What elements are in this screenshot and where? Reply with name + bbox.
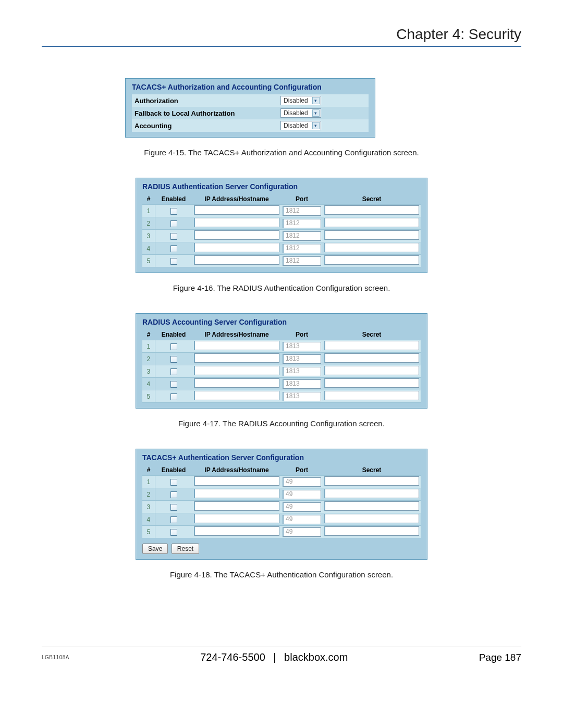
ip-hostname-input[interactable] [194, 366, 279, 375]
table-row: 51813 [142, 390, 421, 403]
port-input[interactable]: 1812 [283, 256, 321, 266]
footer-model: LGB1108A [42, 655, 69, 660]
panel-title: TACACS+ Authorization and Accounting Con… [132, 83, 369, 91]
port-input[interactable]: 1812 [283, 244, 321, 253]
col-port: Port [281, 465, 323, 476]
panel-title: TACACS+ Authentication Server Configurat… [142, 453, 421, 462]
table-row: 149 [142, 476, 421, 488]
table-row: 41813 [142, 378, 421, 390]
port-input[interactable]: 1812 [283, 231, 321, 241]
port-input[interactable]: 49 [283, 490, 321, 499]
secret-input[interactable] [324, 243, 419, 252]
enabled-checkbox[interactable] [170, 258, 177, 265]
ip-hostname-input[interactable] [194, 243, 279, 252]
row-index: 5 [142, 390, 155, 403]
panel-title: RADIUS Accounting Server Configuration [142, 318, 421, 326]
secret-input[interactable] [324, 378, 419, 388]
enabled-checkbox[interactable] [170, 529, 177, 536]
secret-input[interactable] [324, 218, 419, 227]
table-row: 21813 [142, 353, 421, 365]
row-index: 2 [142, 217, 155, 230]
col-secret: Secret [323, 329, 421, 340]
footer-contact: 724-746-5500 | blackbox.com [200, 651, 348, 663]
save-button[interactable]: Save [142, 544, 168, 554]
secret-input[interactable] [324, 366, 419, 375]
fallback-label: Fallback to Local Authorization [132, 107, 278, 119]
secret-input[interactable] [324, 391, 419, 400]
enabled-checkbox[interactable] [170, 208, 177, 215]
accounting-select[interactable]: Disabled ▾ [280, 121, 321, 130]
port-input[interactable]: 1813 [283, 367, 321, 376]
row-index: 5 [142, 526, 155, 538]
row-index: 1 [142, 476, 155, 488]
port-input[interactable]: 1813 [283, 379, 321, 389]
enabled-checkbox[interactable] [170, 356, 177, 363]
port-input[interactable]: 1812 [283, 219, 321, 228]
enabled-checkbox[interactable] [170, 368, 177, 375]
radius-auth-table: # Enabled IP Address/Hostname Port Secre… [142, 194, 421, 267]
table-row: 549 [142, 526, 421, 538]
ip-hostname-input[interactable] [194, 501, 279, 511]
ip-hostname-input[interactable] [194, 514, 279, 523]
col-ip: IP Address/Hostname [192, 329, 281, 340]
secret-input[interactable] [324, 230, 419, 240]
row-index: 5 [142, 255, 155, 267]
row-index: 3 [142, 230, 155, 242]
col-port: Port [281, 329, 323, 340]
footer-page: Page 187 [479, 652, 521, 663]
ip-hostname-input[interactable] [194, 205, 279, 215]
ip-hostname-input[interactable] [194, 526, 279, 536]
port-input[interactable]: 49 [283, 515, 321, 524]
ip-hostname-input[interactable] [194, 341, 279, 350]
secret-input[interactable] [324, 205, 419, 215]
select-value: Disabled [284, 97, 308, 104]
ip-hostname-input[interactable] [194, 218, 279, 227]
table-row: 21812 [142, 217, 421, 230]
ip-hostname-input[interactable] [194, 489, 279, 498]
ip-hostname-input[interactable] [194, 255, 279, 265]
enabled-checkbox[interactable] [170, 491, 177, 498]
enabled-checkbox[interactable] [170, 516, 177, 523]
ip-hostname-input[interactable] [194, 476, 279, 486]
secret-input[interactable] [324, 476, 419, 486]
enabled-checkbox[interactable] [170, 504, 177, 511]
enabled-checkbox[interactable] [170, 343, 177, 350]
table-row: 11812 [142, 205, 421, 217]
row-index: 3 [142, 365, 155, 378]
col-secret: Secret [323, 465, 421, 476]
enabled-checkbox[interactable] [170, 233, 177, 240]
col-secret: Secret [323, 194, 421, 205]
secret-input[interactable] [324, 514, 419, 523]
port-input[interactable]: 49 [283, 502, 321, 512]
authorization-select[interactable]: Disabled ▾ [280, 96, 321, 105]
row-index: 2 [142, 488, 155, 501]
panel-title: RADIUS Authentication Server Configurati… [142, 182, 421, 191]
ip-hostname-input[interactable] [194, 378, 279, 388]
port-input[interactable]: 1813 [283, 342, 321, 351]
radius-acct-panel: RADIUS Accounting Server Configuration #… [136, 313, 427, 409]
secret-input[interactable] [324, 526, 419, 536]
table-row: 449 [142, 513, 421, 526]
secret-input[interactable] [324, 341, 419, 350]
port-input[interactable]: 1813 [283, 354, 321, 364]
fallback-select[interactable]: Disabled ▾ [280, 108, 321, 118]
secret-input[interactable] [324, 353, 419, 363]
enabled-checkbox[interactable] [170, 479, 177, 486]
enabled-checkbox[interactable] [170, 381, 177, 388]
enabled-checkbox[interactable] [170, 220, 177, 227]
secret-input[interactable] [324, 255, 419, 265]
col-ip: IP Address/Hostname [192, 465, 281, 476]
enabled-checkbox[interactable] [170, 393, 177, 400]
table-row: 41812 [142, 242, 421, 255]
reset-button[interactable]: Reset [172, 544, 199, 554]
port-input[interactable]: 1812 [283, 206, 321, 216]
ip-hostname-input[interactable] [194, 230, 279, 240]
port-input[interactable]: 49 [283, 527, 321, 537]
enabled-checkbox[interactable] [170, 245, 177, 252]
ip-hostname-input[interactable] [194, 353, 279, 363]
port-input[interactable]: 49 [283, 477, 321, 487]
secret-input[interactable] [324, 489, 419, 498]
port-input[interactable]: 1813 [283, 392, 321, 401]
secret-input[interactable] [324, 501, 419, 511]
ip-hostname-input[interactable] [194, 391, 279, 400]
